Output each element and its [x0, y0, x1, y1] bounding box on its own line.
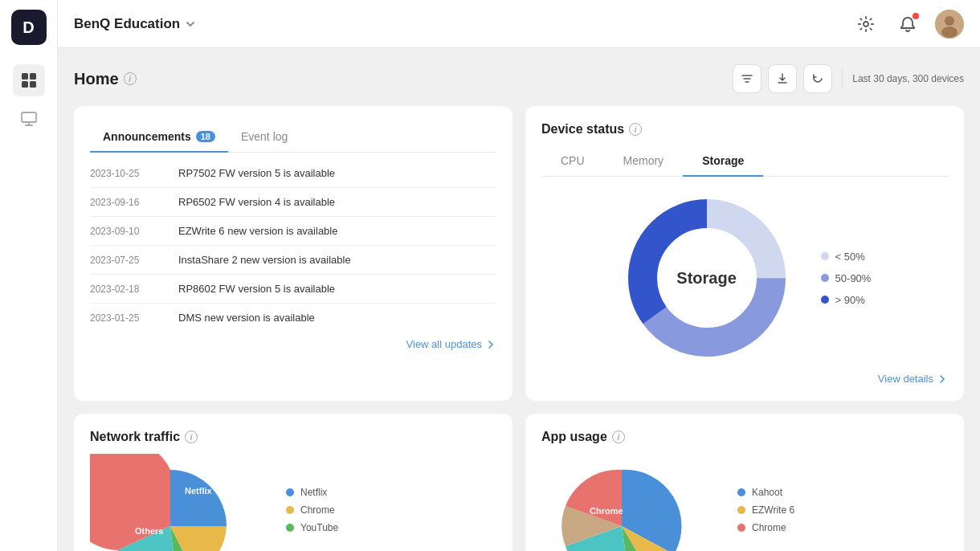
tab-memory[interactable]: Memory	[604, 146, 684, 177]
svg-rect-2	[22, 81, 28, 88]
main-grid: Announcements 18 Event log 2023-10-25 RP…	[74, 106, 964, 551]
legend-item: Netflix	[286, 487, 338, 498]
legend-item: Kahoot	[737, 487, 794, 498]
table-row: 2023-09-10 EZWrite 6 new version is avai…	[90, 217, 496, 246]
legend-dot-kahoot	[737, 488, 745, 496]
legend-item: Chrome	[737, 522, 794, 533]
network-info-icon[interactable]: i	[185, 431, 198, 443]
sidebar: D	[0, 0, 58, 551]
tab-announcements[interactable]: Announcements 18	[90, 122, 228, 153]
table-row: 2023-01-25 DMS new version is available	[90, 304, 496, 332]
home-info-icon[interactable]: i	[124, 72, 137, 85]
device-status-header: Device status i	[541, 122, 948, 137]
svg-rect-1	[30, 73, 36, 80]
divider	[842, 69, 843, 88]
legend-dot-high	[821, 296, 829, 304]
header-actions: Last 30 days, 300 devices	[733, 64, 964, 93]
notifications-button[interactable]	[893, 10, 922, 39]
svg-point-5	[864, 22, 868, 27]
svg-text:Others: Others	[135, 526, 163, 536]
legend-item: > 90%	[821, 294, 872, 306]
svg-text:Netflix: Netflix	[185, 486, 213, 496]
content-area: Home i	[58, 48, 980, 551]
legend-dot-low	[821, 252, 829, 260]
notification-badge	[913, 13, 919, 19]
app-usage-pie-row: Chrome Kahoot EZWrite 6	[541, 454, 948, 551]
svg-rect-4	[22, 112, 36, 122]
network-pie-row: Others Netflix Netflix Chrome	[90, 454, 496, 551]
topbar-icons	[851, 10, 964, 39]
legend-dot-netflix	[286, 488, 294, 496]
table-row: 2023-02-18 RP8602 FW version 5 is availa…	[90, 275, 496, 304]
network-pie-chart: Others Netflix	[90, 454, 267, 551]
donut-container: Storage < 50% 50-90% > 90%	[541, 190, 948, 366]
legend-item: < 50%	[821, 251, 872, 263]
tab-event-log[interactable]: Event log	[228, 122, 300, 153]
legend-dot-youtube	[286, 524, 294, 532]
svg-text:Chrome: Chrome	[590, 506, 623, 516]
page-title: Home i	[74, 70, 137, 88]
app-usage-info-icon[interactable]: i	[612, 431, 625, 443]
app-usage-card: App usage i Chrome	[525, 414, 964, 551]
topbar: BenQ Education	[58, 0, 980, 48]
settings-button[interactable]	[851, 10, 880, 39]
storage-legend: < 50% 50-90% > 90%	[821, 251, 872, 306]
legend-item: YouTube	[286, 522, 338, 533]
sidebar-item-grid[interactable]	[13, 64, 45, 96]
network-traffic-card: Network traffic i	[74, 414, 512, 551]
storage-donut: Storage	[619, 190, 795, 366]
svg-point-8	[941, 27, 958, 38]
svg-rect-0	[22, 73, 28, 80]
app-usage-title: App usage i	[541, 430, 948, 444]
legend-item: Chrome	[286, 504, 338, 516]
announcements-badge: 18	[196, 131, 215, 142]
sidebar-item-monitor[interactable]	[13, 103, 45, 135]
device-status-card: Device status i CPU Memory Storage	[525, 106, 964, 401]
legend-item: 50-90%	[821, 272, 872, 284]
legend-dot-chrome	[286, 506, 294, 514]
legend-item: EZWrite 6	[737, 504, 794, 516]
network-traffic-title: Network traffic i	[90, 430, 496, 444]
legend-dot-chrome-app	[737, 524, 745, 532]
table-row: 2023-07-25 InstaShare 2 new version is a…	[90, 246, 496, 275]
announcements-card: Announcements 18 Event log 2023-10-25 RP…	[74, 106, 512, 401]
donut-center-label: Storage	[676, 269, 736, 288]
view-all-button[interactable]: View all updates	[90, 332, 496, 350]
tab-storage[interactable]: Storage	[683, 146, 763, 177]
filter-label: Last 30 days, 300 devices	[852, 73, 964, 84]
main-area: BenQ Education	[58, 0, 980, 551]
page-header: Home i	[74, 64, 964, 93]
card-tabs: Announcements 18 Event log	[90, 122, 496, 153]
device-status-info-icon[interactable]: i	[629, 123, 642, 136]
tab-cpu[interactable]: CPU	[541, 146, 604, 177]
table-row: 2023-10-25 RP7502 FW version 5 is availa…	[90, 159, 496, 188]
view-details-button[interactable]: View details	[541, 366, 948, 385]
network-legend: Netflix Chrome YouTube	[286, 487, 338, 533]
legend-dot-ezwrite	[737, 506, 745, 514]
device-tabs: CPU Memory Storage	[541, 146, 948, 177]
svg-point-7	[945, 16, 954, 26]
app-usage-legend: Kahoot EZWrite 6 Chrome	[737, 487, 794, 533]
download-button[interactable]	[768, 64, 797, 93]
logo: D	[11, 10, 47, 45]
avatar[interactable]	[935, 10, 964, 39]
org-name: BenQ Education	[74, 16, 196, 32]
filter-button[interactable]	[733, 64, 762, 93]
device-status-title: Device status	[541, 122, 624, 137]
table-row: 2023-09-16 RP6502 FW version 4 is availa…	[90, 188, 496, 217]
announcement-list: 2023-10-25 RP7502 FW version 5 is availa…	[90, 159, 496, 332]
app-usage-pie-chart: Chrome	[541, 454, 718, 551]
legend-dot-mid	[821, 274, 829, 282]
svg-rect-3	[30, 81, 36, 88]
refresh-button[interactable]	[803, 64, 832, 93]
